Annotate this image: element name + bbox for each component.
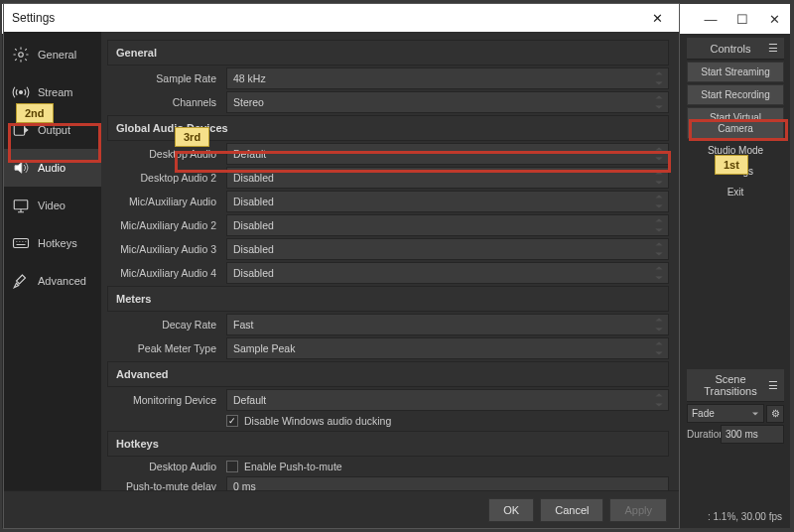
sample-rate-label: Sample Rate [107,72,226,84]
sidebar-item-hotkeys[interactable]: Hotkeys [4,224,101,262]
section-advanced: Advanced [107,361,669,387]
stream-icon [12,83,30,101]
mic-aux-audio-3-label: Mic/Auxiliary Audio 3 [107,243,226,255]
settings-dialog: Settings ✕ General Stream Output Audio [4,4,679,528]
close-icon[interactable]: ✕ [643,11,671,26]
ok-button[interactable]: OK [488,498,534,522]
gear-icon: ⚙ [771,408,780,419]
apply-button[interactable]: Apply [609,498,667,522]
sidebar-item-video[interactable]: Video [4,187,101,224]
sidebar-item-advanced[interactable]: Advanced [4,262,101,300]
decay-rate-label: Decay Rate [107,319,226,331]
desktop-audio-label: Desktop Audio [107,148,226,160]
mic-aux-audio-select[interactable]: Disabled [226,191,669,212]
status-bar: : 1.1%, 30.00 fps [708,511,782,522]
desktop-audio-hk-label: Desktop Audio [107,461,226,472]
svg-rect-4 [14,239,29,248]
sidebar-item-general[interactable]: General [4,36,101,73]
svg-rect-3 [14,200,28,209]
cancel-button[interactable]: Cancel [540,498,603,522]
monitoring-device-label: Monitoring Device [107,394,226,406]
sidebar-item-stream[interactable]: Stream [4,73,101,111]
sidebar-item-label: Stream [38,86,72,98]
channels-select[interactable]: Stereo [226,91,669,113]
hotkeys-icon [12,234,30,252]
peak-type-select[interactable]: Sample Peak [226,337,669,359]
section-general: General [107,40,669,66]
audio-icon [12,159,30,177]
maximize-button[interactable]: ☐ [727,12,758,27]
sidebar-item-label: Audio [38,162,66,174]
desktop-audio-2-label: Desktop Audio 2 [107,172,226,184]
section-hotkeys: Hotkeys [107,431,669,457]
exit-button[interactable]: Exit [687,183,784,201]
sample-rate-select[interactable]: 48 kHz [226,67,669,89]
checkmark-icon: ✓ [226,415,238,427]
panel-menu-icon[interactable]: ☰ [768,42,778,55]
push-mute-delay-input[interactable] [226,476,669,490]
section-meters: Meters [107,286,669,312]
sidebar-item-label: Hotkeys [38,237,77,249]
svg-point-0 [19,53,24,58]
mic-aux-audio-2-label: Mic/Auxiliary Audio 2 [107,219,226,231]
mic-aux-audio-4-select[interactable]: Disabled [226,262,669,284]
start-streaming-button[interactable]: Start Streaming [687,62,784,82]
controls-panel: Controls ☰ Start Streaming Start Recordi… [687,38,784,201]
channels-label: Channels [107,96,226,108]
dialog-buttons: OK Cancel Apply [4,490,679,528]
controls-header-label: Controls [693,43,768,55]
section-devices: Global Audio Devices [107,115,669,141]
mic-aux-audio-4-label: Mic/Auxiliary Audio 4 [107,267,226,279]
duration-label: Duration [687,429,719,440]
desktop-audio-2-select[interactable]: Disabled [226,167,669,189]
mic-aux-audio-label: Mic/Auxiliary Audio [107,196,226,207]
start-virtual-camera-button[interactable]: Start Virtual Camera [687,107,784,139]
svg-point-1 [20,91,23,94]
sidebar-item-output[interactable]: Output [4,111,101,149]
start-recording-button[interactable]: Start Recording [687,84,784,105]
decay-rate-select[interactable]: Fast [226,314,669,335]
settings-button[interactable]: Settings [687,162,784,181]
monitoring-device-select[interactable]: Default [226,389,669,411]
close-button[interactable]: ✕ [758,12,790,27]
sidebar-item-label: Advanced [38,275,86,287]
settings-content: General Sample Rate 48 kHz Channels Ster… [101,32,679,490]
studio-mode-button[interactable]: Studio Mode [687,141,784,160]
settings-titlebar: Settings ✕ [4,4,679,32]
checkbox-icon [226,461,238,472]
push-to-mute-checkbox[interactable]: Enable Push-to-mute [226,459,669,474]
sidebar-item-audio[interactable]: Audio [4,149,101,187]
duration-spinner[interactable]: 300 ms [721,425,784,444]
mic-aux-audio-3-select[interactable]: Disabled [226,238,669,260]
peak-type-label: Peak Meter Type [107,342,226,354]
scene-transitions-header: Scene Transitions ☰ [687,369,784,402]
output-icon [12,121,30,139]
push-mute-delay-label: Push-to-mute delay [107,480,226,490]
advanced-icon [12,272,30,290]
desktop-audio-select[interactable]: Default [226,143,669,165]
panel-menu-icon[interactable]: ☰ [768,379,778,392]
settings-title: Settings [12,11,643,25]
sidebar-item-label: Video [38,200,66,211]
sidebar-item-label: General [38,49,76,61]
mic-aux-audio-2-select[interactable]: Disabled [226,214,669,236]
gear-icon [12,46,30,64]
sidebar-item-label: Output [38,124,70,136]
settings-sidebar: General Stream Output Audio Video Hotkey… [4,32,101,490]
transition-settings-button[interactable]: ⚙ [766,405,784,423]
video-icon [12,197,30,214]
transition-select[interactable]: Fade [687,404,764,423]
controls-header: Controls ☰ [687,38,784,60]
disable-ducking-checkbox[interactable]: ✓Disable Windows audio ducking [226,413,669,429]
scene-transitions-panel: Scene Transitions ☰ Fade ⚙ Duration 300 … [687,369,784,444]
svg-rect-2 [14,125,25,136]
scene-transitions-label: Scene Transitions [693,373,768,397]
minimize-button[interactable]: — [695,12,727,27]
